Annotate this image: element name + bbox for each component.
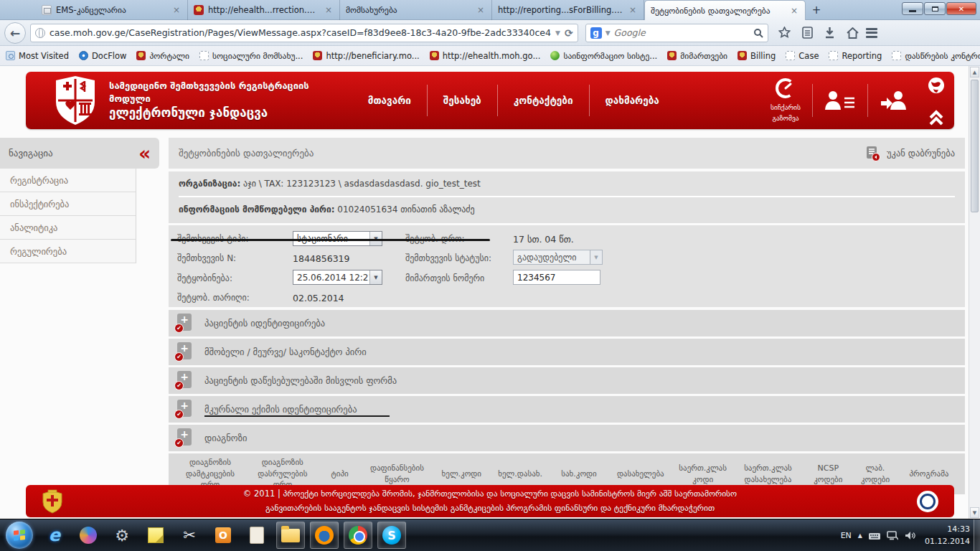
tab-close-icon[interactable]: ×	[324, 5, 334, 15]
tab-reporting[interactable]: http://reporting...sForBilling.aspx ×	[492, 0, 644, 20]
sidebar-item-analytics[interactable]: ანალიტიკა	[0, 216, 136, 240]
restore-button[interactable]	[924, 2, 946, 15]
network-tray-icon[interactable]	[887, 531, 898, 540]
close-button[interactable]: ✕	[946, 2, 976, 15]
bookmark-beneficiary[interactable]: http://beneficiary.mo...	[313, 51, 419, 61]
internet-explorer-button[interactable]: e	[40, 522, 69, 549]
volume-tray-icon[interactable]	[905, 531, 915, 540]
document-app-button[interactable]	[242, 522, 271, 549]
section-doctor-identification[interactable]: +✔ მკურნალი ექიმის იდენტიფიცირება	[169, 396, 965, 423]
tab-close-icon[interactable]: ×	[789, 6, 799, 16]
expand-plus-icon[interactable]: +✔	[174, 400, 192, 419]
section-diagnosis[interactable]: +✔ დიაგნოზი	[169, 425, 965, 451]
downloads-icon[interactable]	[824, 27, 835, 39]
bookmark-reporting[interactable]: Reporting	[829, 51, 882, 61]
google-logo-icon[interactable]: g	[590, 27, 602, 39]
outlook-button[interactable]: O	[209, 522, 237, 549]
reload-icon[interactable]: ⟳	[565, 27, 573, 39]
settings-app-button[interactable]: ⚙	[108, 522, 136, 549]
case-status-select[interactable]: გადაუდებელი ▼	[513, 250, 603, 265]
sidebar-item-registration[interactable]: რეგისტრაცია	[0, 169, 136, 192]
section-patient-identification[interactable]: +✔ პაციენტის იდენტიფიცირება	[169, 310, 965, 336]
firefox-button[interactable]	[310, 522, 339, 549]
scroll-top-chevrons-icon[interactable]	[928, 109, 945, 126]
expand-plus-icon[interactable]: +✔	[174, 371, 192, 390]
url-bar[interactable]: case.moh.gov.ge/CaseRegistration/Pages/V…	[30, 24, 578, 42]
accordion-sections: +✔ პაციენტის იდენტიფიცირება +✔ მშობელი /…	[169, 310, 965, 451]
show-desktop-button[interactable]	[974, 519, 980, 551]
explorer-button[interactable]	[276, 522, 305, 549]
section-arrival-form[interactable]: +✔ პაციენტის დაწესებულებაში მისვლის ფორმ…	[169, 367, 965, 394]
section-parent-guardian[interactable]: +✔ მშობელი / მეურვე/ საკონტაქტო პირი	[169, 339, 965, 365]
search-box[interactable]: g ▼	[585, 24, 768, 42]
sticky-notes-button[interactable]	[141, 522, 170, 549]
new-tab-button[interactable]: +	[806, 0, 827, 20]
language-globe-icon[interactable]	[927, 76, 946, 95]
sidebar-item-regulation[interactable]: რეგულირება	[0, 240, 136, 263]
bookmark-info-system[interactable]: საინფორმაციო სისტე...	[550, 51, 657, 61]
windows-flag-icon	[14, 529, 25, 541]
search-input[interactable]	[614, 27, 750, 38]
brand-line3: ელექტრონული ჯანდაცვა	[109, 105, 309, 121]
sidebar-collapse-icon[interactable]: «	[138, 146, 151, 161]
referral-number-input[interactable]	[513, 270, 600, 285]
tab-services[interactable]: მომსახურება ×	[340, 0, 492, 20]
bookmarks-menu-icon[interactable]	[802, 27, 813, 39]
scroll-up-arrow-icon[interactable]: ▲	[970, 67, 979, 77]
keyboard-tray-icon[interactable]	[869, 532, 880, 540]
bookmark-social-service[interactable]: სოციალური მომსახუ...	[199, 51, 303, 61]
bookmark-docflow[interactable]: DocFlow	[79, 51, 126, 61]
message-label: შეტყობინება:	[177, 273, 232, 283]
bookmark-referrals[interactable]: მიმართვები	[667, 51, 727, 61]
snipping-tool-button[interactable]: ✂	[175, 522, 204, 549]
tab-close-icon[interactable]: ×	[476, 5, 486, 15]
minimize-button[interactable]	[902, 2, 923, 15]
outlook-icon: O	[215, 527, 231, 543]
tab-ehealth[interactable]: http://ehealth...rrection.aspx ×	[188, 0, 340, 20]
scrollbar-thumb[interactable]	[971, 80, 979, 212]
url-text[interactable]: case.moh.gov.ge/CaseRegistration/Pages/V…	[50, 27, 551, 38]
separator	[812, 84, 813, 117]
nav-contacts[interactable]: კონტაქტები	[498, 85, 590, 116]
speed-test-button[interactable]: სიჩქარის გაზომვა	[771, 77, 801, 123]
search-icon[interactable]	[753, 28, 763, 38]
bookmark-billing[interactable]: Billing	[738, 51, 776, 61]
message-datetime-select[interactable]: 25.06.2014 12:21 ▼	[293, 270, 382, 285]
clock[interactable]: 14:33 01.12.2014	[925, 524, 970, 547]
scroll-down-arrow-icon[interactable]: ▼	[970, 507, 979, 518]
url-dropdown-icon[interactable]: ▼	[555, 29, 560, 37]
expand-plus-icon[interactable]: +✔	[174, 342, 192, 362]
start-button[interactable]	[6, 522, 33, 549]
bookmark-most-visited[interactable]: Most Visited	[6, 51, 69, 61]
bookmark-star-icon[interactable]	[778, 27, 791, 39]
home-icon[interactable]	[847, 27, 859, 39]
bookmark-portal[interactable]: პორტალი	[136, 51, 189, 61]
expand-plus-icon[interactable]: +✔	[174, 314, 192, 333]
tab-view-message-active[interactable]: შეტყობინების დათვალიერება ×	[644, 0, 806, 20]
skype-button[interactable]: S	[377, 522, 406, 549]
back-button[interactable]: ←	[4, 22, 26, 44]
bookmark-case[interactable]: Case	[786, 51, 819, 61]
menu-icon[interactable]	[866, 28, 877, 38]
tab-close-icon[interactable]: ×	[628, 5, 638, 15]
search-engine-dropdown-icon[interactable]: ▼	[606, 29, 611, 37]
bookmark-attendance[interactable]: დასწრების კონტრო...	[892, 51, 980, 61]
user-list-icon[interactable]	[824, 90, 856, 111]
sidebar-item-inspection[interactable]: ინსპექტირება	[0, 192, 136, 216]
tray-expand-arrow-icon[interactable]: ▲	[858, 532, 862, 539]
chrome-button[interactable]	[344, 522, 372, 549]
nav-about[interactable]: შესახებ	[428, 85, 498, 116]
nav-help[interactable]: დახმარება	[590, 85, 675, 116]
language-indicator[interactable]: EN	[841, 531, 852, 540]
chevron-down-icon[interactable]: ▼	[369, 270, 382, 284]
logout-user-icon[interactable]	[880, 90, 908, 111]
expand-plus-icon[interactable]: +✔	[174, 428, 192, 448]
tab-ems[interactable]: EMS-კანცელარია ×	[36, 0, 188, 20]
media-app-button[interactable]	[74, 522, 103, 549]
page-scrollbar[interactable]: ▲ ▼	[969, 66, 980, 519]
tab-close-icon[interactable]: ×	[171, 5, 182, 15]
bookmark-ehealth[interactable]: http://ehealth.moh.go...	[430, 51, 541, 61]
nav-home[interactable]: მთავარი	[352, 85, 428, 116]
site-nav: მთავარი შესახებ კონტაქტები დახმარება	[352, 85, 675, 116]
back-to-list-button[interactable]: უკან დაბრუნება	[865, 146, 955, 161]
